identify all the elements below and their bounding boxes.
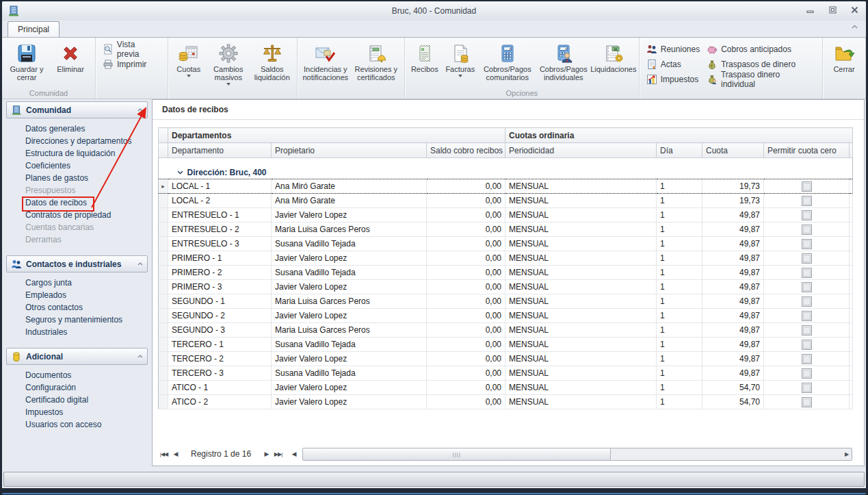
column-group-departamentos[interactable]: Departamentos bbox=[168, 128, 505, 143]
row-indicator[interactable] bbox=[159, 323, 168, 338]
cell-periodicidad[interactable]: MENSUAL bbox=[505, 208, 657, 223]
cell-permitir-cuota-cero[interactable] bbox=[764, 294, 850, 309]
checkbox-unchecked[interactable] bbox=[802, 368, 812, 379]
cell-cuota[interactable]: 49,87 bbox=[702, 208, 764, 223]
first-record-button[interactable]: |◀◀ bbox=[158, 448, 170, 459]
cell-dia[interactable]: 1 bbox=[657, 179, 702, 194]
row-indicator[interactable] bbox=[159, 366, 168, 381]
cell-filler[interactable] bbox=[850, 237, 853, 251]
cell-dia[interactable]: 1 bbox=[657, 266, 702, 280]
guardar-y-cerrar-button[interactable]: Guardar y cerrar bbox=[5, 40, 48, 88]
close-button[interactable] bbox=[847, 5, 862, 15]
cell-periodicidad[interactable]: MENSUAL bbox=[505, 179, 657, 194]
cell-periodicidad[interactable]: MENSUAL bbox=[505, 381, 657, 395]
cell-dia[interactable]: 1 bbox=[657, 208, 702, 223]
tab-principal[interactable]: Principal bbox=[8, 21, 60, 37]
cell-departamento[interactable]: ENTRESUELO - 1 bbox=[168, 208, 272, 223]
row-indicator[interactable] bbox=[159, 338, 168, 352]
table-row[interactable]: PRIMERO - 2Susana Vadillo Tejada0,00MENS… bbox=[159, 266, 853, 280]
title-bar[interactable]: Bruc, 400 - Comunidad bbox=[2, 1, 866, 21]
row-indicator[interactable] bbox=[159, 223, 168, 237]
cell-filler[interactable] bbox=[850, 338, 853, 352]
liquidaciones-button[interactable]: H Liquidaciones bbox=[592, 40, 635, 88]
cell-departamento[interactable]: LOCAL - 2 bbox=[168, 194, 272, 208]
cell-saldo[interactable]: 0,00 bbox=[427, 194, 505, 208]
cell-filler[interactable] bbox=[850, 294, 853, 309]
cell-propietario[interactable]: Javier Valero Lopez bbox=[272, 309, 427, 323]
cell-dia[interactable]: 1 bbox=[657, 338, 702, 352]
cell-periodicidad[interactable]: MENSUAL bbox=[505, 366, 657, 381]
cell-dia[interactable]: 1 bbox=[657, 194, 702, 208]
table-row[interactable]: PRIMERO - 3Javier Valero Lopez0,00MENSUA… bbox=[159, 280, 853, 294]
cell-filler[interactable] bbox=[850, 395, 853, 409]
row-indicator[interactable] bbox=[159, 280, 168, 294]
cell-saldo[interactable]: 0,00 bbox=[427, 280, 505, 294]
prev-record-button[interactable]: ◀ bbox=[170, 448, 181, 459]
cell-cuota[interactable]: 49,87 bbox=[702, 266, 764, 280]
cell-periodicidad[interactable]: MENSUAL bbox=[505, 266, 657, 280]
table-row[interactable]: ENTRESUELO - 1Javier Valero Lopez0,00MEN… bbox=[159, 208, 853, 223]
sidebar-item-cargos-junta[interactable]: Cargos junta bbox=[25, 277, 148, 289]
cell-periodicidad[interactable]: MENSUAL bbox=[505, 395, 657, 409]
column-header-propietario[interactable]: Propietario bbox=[272, 143, 427, 158]
horizontal-scrollbar[interactable]: |||| ▶ bbox=[302, 448, 852, 461]
cell-permitir-cuota-cero[interactable] bbox=[764, 395, 850, 409]
cell-cuota[interactable]: 49,87 bbox=[702, 237, 764, 251]
sidebar-item-seguros-y-mantenimientos[interactable]: Seguros y mantenimientos bbox=[25, 314, 148, 326]
sidebar-item-derramas[interactable]: Derramas bbox=[25, 233, 148, 246]
table-row[interactable]: LOCAL - 2Ana Miró Garate0,00MENSUAL119,7… bbox=[159, 194, 853, 208]
chevron-down-icon[interactable] bbox=[177, 170, 183, 175]
cell-departamento[interactable]: ENTRESUELO - 2 bbox=[168, 223, 272, 237]
cell-saldo[interactable]: 0,00 bbox=[427, 294, 505, 309]
checkbox-unchecked[interactable] bbox=[802, 210, 812, 220]
scrollbar-thumb[interactable]: |||| bbox=[303, 448, 611, 460]
cell-permitir-cuota-cero[interactable] bbox=[764, 366, 850, 381]
cell-permitir-cuota-cero[interactable] bbox=[764, 323, 850, 338]
cell-periodicidad[interactable]: MENSUAL bbox=[505, 251, 657, 266]
checkbox-unchecked[interactable] bbox=[802, 340, 812, 350]
cell-permitir-cuota-cero[interactable] bbox=[764, 381, 850, 395]
cell-permitir-cuota-cero[interactable] bbox=[764, 251, 850, 266]
chevron-up-icon[interactable] bbox=[137, 355, 143, 358]
row-indicator[interactable] bbox=[159, 194, 168, 208]
column-header-permitir-cuota-cero[interactable]: Permitir cuota cero bbox=[764, 143, 850, 158]
cell-dia[interactable]: 1 bbox=[657, 280, 702, 294]
cell-propietario[interactable]: Maria Luisa Garces Peros bbox=[272, 323, 427, 338]
cell-departamento[interactable]: PRIMERO - 2 bbox=[168, 266, 272, 280]
sidebar-item-usuarios-con-acceso[interactable]: Usuarios con acceso bbox=[25, 418, 148, 431]
cell-filler[interactable] bbox=[850, 179, 853, 194]
table-row[interactable]: SEGUNDO - 3Maria Luisa Garces Peros0,00M… bbox=[159, 323, 853, 338]
cell-periodicidad[interactable]: MENSUAL bbox=[505, 309, 657, 323]
cell-permitir-cuota-cero[interactable] bbox=[764, 309, 850, 323]
cell-periodicidad[interactable]: MENSUAL bbox=[505, 323, 657, 338]
cell-departamento[interactable]: SEGUNDO - 1 bbox=[168, 294, 272, 309]
cell-filler[interactable] bbox=[850, 309, 853, 323]
cell-filler[interactable] bbox=[850, 194, 853, 208]
cell-propietario[interactable]: Susana Vadillo Tejada bbox=[272, 266, 427, 280]
cell-periodicidad[interactable]: MENSUAL bbox=[505, 194, 657, 208]
row-indicator[interactable] bbox=[159, 395, 168, 409]
chevron-up-icon[interactable] bbox=[137, 108, 143, 112]
row-indicator[interactable] bbox=[159, 266, 168, 280]
cell-filler[interactable] bbox=[850, 352, 853, 366]
cell-filler[interactable] bbox=[850, 323, 853, 338]
table-row[interactable]: ENTRESUELO - 2Maria Luisa Garces Peros0,… bbox=[159, 223, 853, 237]
cell-saldo[interactable]: 0,00 bbox=[427, 223, 505, 237]
sidebar-section-adicional[interactable]: Adicional bbox=[6, 348, 148, 365]
cell-cuota[interactable]: 49,87 bbox=[702, 309, 764, 323]
cell-departamento[interactable]: PRIMERO - 1 bbox=[168, 251, 272, 266]
table-row[interactable]: TERCERO - 3Susana Vadillo Tejada0,00MENS… bbox=[159, 366, 853, 381]
sidebar-item-otros-contactos[interactable]: Otros contactos bbox=[25, 301, 148, 314]
cell-periodicidad[interactable]: MENSUAL bbox=[505, 237, 657, 251]
table-row[interactable]: ENTRESUELO - 3Susana Vadillo Tejada0,00M… bbox=[159, 237, 853, 251]
cell-propietario[interactable]: Maria Luisa Garces Peros bbox=[272, 223, 427, 237]
sidebar-item-impuestos[interactable]: Impuestos bbox=[25, 406, 148, 418]
sidebar-section-comunidad[interactable]: Comunidad bbox=[6, 101, 148, 118]
cell-permitir-cuota-cero[interactable] bbox=[764, 338, 850, 352]
cell-permitir-cuota-cero[interactable] bbox=[764, 194, 850, 208]
cell-permitir-cuota-cero[interactable] bbox=[764, 223, 850, 237]
cell-saldo[interactable]: 0,00 bbox=[427, 395, 505, 409]
cell-permitir-cuota-cero[interactable] bbox=[764, 237, 850, 251]
scroll-right-button[interactable]: ▶ bbox=[842, 448, 852, 460]
scroll-left-button[interactable]: ◀ bbox=[288, 448, 300, 459]
